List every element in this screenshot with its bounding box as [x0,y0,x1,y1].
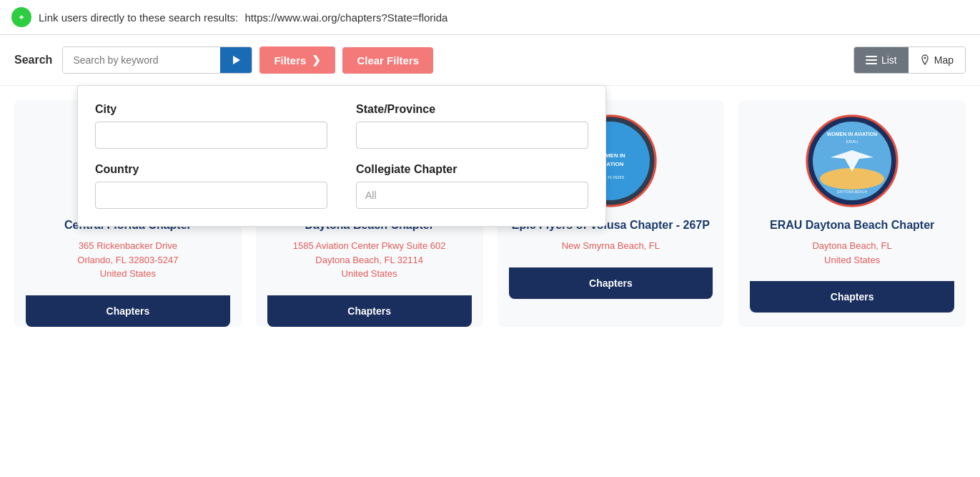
link-bar: + Link users directly to these search re… [0,0,980,35]
svg-text:DAYTONA BEACH: DAYTONA BEACH [837,190,867,194]
clear-filters-label: Clear Filters [357,54,419,67]
svg-rect-5 [866,56,877,57]
svg-marker-4 [233,56,240,64]
svg-text:ERAU: ERAU [846,139,858,144]
city-label: City [95,103,327,116]
collegiate-input[interactable] [356,182,588,209]
search-bar: Search Filters ❯ Clear Filters List [0,35,980,86]
svg-point-2 [19,16,21,18]
search-label: Search [14,54,52,67]
search-submit-button[interactable] [220,47,252,73]
state-label: State/Province [356,103,588,116]
card-title-3: ERAU Daytona Beach Chapter [770,219,934,232]
collegiate-filter-field: Collegiate Chapter [356,163,588,209]
collegiate-label: Collegiate Chapter [356,163,588,176]
country-label: Country [95,163,327,176]
card-address-1: 1585 Aviation Center Pkwy Suite 602 Dayt… [293,239,446,281]
card-footer-0[interactable]: Chapters [26,295,230,327]
map-view-button[interactable]: Map [909,47,965,73]
link-icon: + [11,7,31,27]
card-footer-2[interactable]: Chapters [509,267,713,299]
card-address-2: New Smyrna Beach, FL [562,239,660,253]
svg-rect-6 [866,59,877,61]
filters-button[interactable]: Filters ❯ [259,46,335,74]
list-label: List [881,54,897,66]
card-footer-3[interactable]: Chapters [750,281,954,313]
link-description: Link users directly to these search resu… [39,11,238,24]
card-logo-erau: WOMEN IN AVIATION ERAU DAYTONA BEACH [806,114,899,207]
card-address-3: Daytona Beach, FL United States [812,239,891,267]
card-address-0: 365 Rickenbacker Drive Orlando, FL 32803… [77,239,178,281]
svg-text:WOMEN IN AVIATION: WOMEN IN AVIATION [827,132,878,137]
clear-filters-button[interactable]: Clear Filters [342,47,433,74]
list-view-button[interactable]: List [854,47,909,73]
filter-dropdown: City State/Province florida Country Coll… [77,85,606,227]
state-input[interactable]: florida [356,122,588,149]
svg-point-8 [924,57,926,59]
link-url[interactable]: https://www.wai.org/chapters?State=flori… [244,11,447,24]
card-erau[interactable]: WOMEN IN AVIATION ERAU DAYTONA BEACH ERA… [738,100,966,327]
city-filter-field: City [95,103,327,149]
svg-point-3 [22,16,24,18]
country-filter-field: Country [95,163,327,209]
filters-chevron: ❯ [312,54,321,67]
city-input[interactable] [95,122,327,149]
link-bar-text: Link users directly to these search resu… [39,11,447,24]
country-input[interactable] [95,182,327,209]
filters-label: Filters [274,54,306,67]
map-label: Map [934,54,954,66]
state-filter-field: State/Province florida [356,103,588,149]
view-toggle: List Map [853,46,966,74]
svg-rect-7 [866,63,877,64]
search-input[interactable] [63,47,220,73]
card-footer-1[interactable]: Chapters [267,295,472,327]
search-input-wrap [62,46,252,74]
